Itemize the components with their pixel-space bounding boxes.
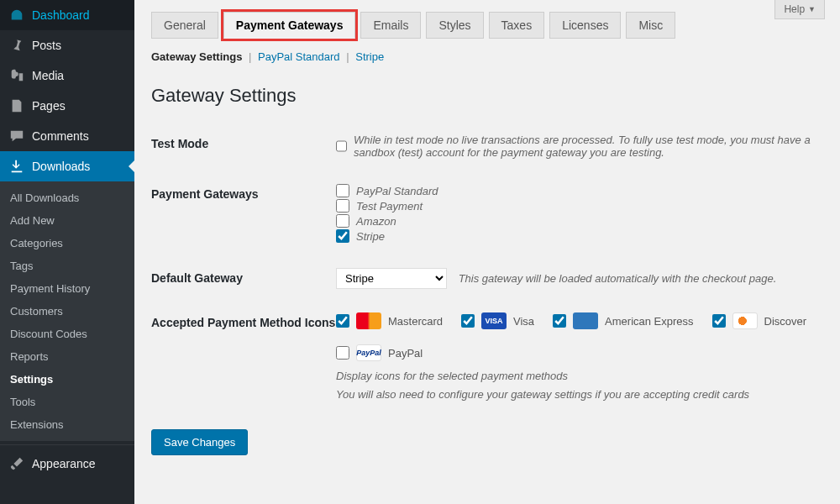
- icon-option-discover: Discover: [712, 312, 807, 329]
- gateway-option-amazon: Amazon: [336, 214, 823, 228]
- row-payment-icons: Accepted Payment Method Icons Mastercard…: [151, 301, 823, 414]
- submenu-item-tags[interactable]: Tags: [0, 255, 134, 277]
- submenu-item-discount-codes[interactable]: Discount Codes: [0, 323, 134, 345]
- menu-item-posts[interactable]: Posts: [0, 30, 134, 60]
- tab-taxes[interactable]: Taxes: [489, 12, 545, 39]
- download-icon: [8, 158, 25, 175]
- submenu-item-categories[interactable]: Categories: [0, 232, 134, 255]
- submenu-item-all-downloads[interactable]: All Downloads: [0, 186, 134, 209]
- gateway-option-paypal-standard: PayPal Standard: [336, 184, 823, 197]
- icon-checkbox[interactable]: [553, 314, 566, 328]
- american-express-icon: [573, 312, 598, 329]
- submenu-item-settings[interactable]: Settings: [0, 368, 134, 391]
- section-title: Gateway Settings: [151, 85, 823, 107]
- icon-checkbox[interactable]: [712, 314, 726, 328]
- paypal-icon: PayPal: [356, 344, 381, 361]
- label-gateways: Payment Gateways: [151, 184, 336, 201]
- submenu-item-extensions[interactable]: Extensions: [0, 413, 134, 436]
- menu-label: Pages: [32, 99, 66, 113]
- menu-item-appearance[interactable]: Appearance: [0, 449, 134, 479]
- admin-sidebar: DashboardPostsMediaPagesCommentsDownload…: [0, 0, 134, 504]
- caret-down-icon: ▼: [808, 5, 816, 13]
- submenu: All DownloadsAdd NewCategoriesTagsPaymen…: [0, 181, 134, 441]
- gateway-checkbox[interactable]: [336, 199, 349, 213]
- gateway-checkbox[interactable]: [336, 184, 349, 197]
- icon-checkbox[interactable]: [461, 314, 475, 328]
- submenu-item-payment-history[interactable]: Payment History: [0, 277, 134, 300]
- default-gateway-select[interactable]: StripePayPal StandardTest PaymentAmazon: [336, 268, 447, 289]
- menu-label: Posts: [32, 39, 61, 52]
- icon-option-paypal: PayPalPayPal: [336, 344, 423, 361]
- icon-label: PayPal: [388, 347, 423, 360]
- subnav-current: Gateway Settings: [151, 50, 242, 63]
- mastercard-icon: [356, 312, 381, 329]
- discover-icon: [732, 312, 758, 329]
- subnav-link-stripe[interactable]: Stripe: [355, 50, 384, 63]
- icon-option-visa: VISAVisa: [461, 312, 534, 329]
- subnav-link-paypal[interactable]: PayPal Standard: [258, 50, 340, 63]
- icons-note-1: Display icons for the selected payment m…: [336, 368, 823, 385]
- icon-checkbox[interactable]: [336, 314, 349, 328]
- label-payment-icons: Accepted Payment Method Icons: [151, 312, 336, 329]
- row-test-mode: Test Mode While in test mode no live tra…: [151, 122, 823, 172]
- tab-misc[interactable]: Misc: [626, 12, 675, 39]
- tab-payment-gateways[interactable]: Payment Gateways: [223, 12, 356, 39]
- gateway-label: PayPal Standard: [356, 185, 438, 197]
- icon-option-american-express: American Express: [553, 312, 693, 329]
- gateway-checkbox[interactable]: [336, 229, 349, 243]
- submenu-item-tools[interactable]: Tools: [0, 391, 134, 413]
- icon-label: Discover: [764, 315, 807, 328]
- media-icon: [8, 67, 25, 84]
- main-content: Help ▼ GeneralPayment GatewaysEmailsStyl…: [134, 0, 840, 504]
- menu-label: Downloads: [32, 160, 90, 173]
- visa-icon: VISA: [481, 312, 507, 329]
- comment-icon: [8, 128, 25, 144]
- default-gateway-note: This gateway will be loaded automaticall…: [459, 272, 777, 285]
- icons-note-2: You will also need to configure your gat…: [336, 386, 823, 403]
- row-default-gateway: Default Gateway StripePayPal StandardTes…: [151, 256, 823, 301]
- menu-item-media[interactable]: Media: [0, 60, 134, 91]
- dash-icon: [8, 7, 25, 24]
- settings-subnav: Gateway Settings | PayPal Standard | Str…: [151, 50, 823, 63]
- brush-icon: [8, 455, 25, 472]
- test-mode-field: While in test mode no live transactions …: [336, 134, 823, 159]
- row-gateways: Payment Gateways PayPal StandardTest Pay…: [151, 172, 823, 256]
- settings-tabs: GeneralPayment GatewaysEmailsStylesTaxes…: [151, 12, 823, 39]
- menu-label: Dashboard: [32, 8, 90, 22]
- gateway-label: Test Payment: [356, 200, 423, 213]
- gateway-checkbox[interactable]: [336, 214, 349, 228]
- menu-label: Comments: [32, 129, 89, 143]
- gateway-label: Amazon: [356, 215, 396, 228]
- tab-general[interactable]: General: [151, 12, 218, 39]
- gateway-label: Stripe: [356, 230, 385, 243]
- submenu-item-reports[interactable]: Reports: [0, 345, 134, 368]
- submenu-item-customers[interactable]: Customers: [0, 300, 134, 323]
- tab-styles[interactable]: Styles: [426, 12, 483, 39]
- test-mode-checkbox[interactable]: [336, 139, 347, 153]
- pin-icon: [8, 37, 25, 54]
- help-tab[interactable]: Help ▼: [774, 0, 825, 19]
- tab-emails[interactable]: Emails: [360, 12, 421, 39]
- menu-item-dashboard[interactable]: Dashboard: [0, 0, 134, 30]
- tab-licenses[interactable]: Licenses: [549, 12, 621, 39]
- icon-checkbox[interactable]: [336, 346, 349, 360]
- gateway-option-test-payment: Test Payment: [336, 199, 823, 213]
- icon-label: Visa: [513, 315, 534, 328]
- test-mode-note: While in test mode no live transactions …: [354, 134, 823, 159]
- icon-label: American Express: [605, 315, 693, 328]
- icon-label: Mastercard: [388, 315, 443, 328]
- submenu-item-add-new[interactable]: Add New: [0, 209, 134, 232]
- label-test-mode: Test Mode: [151, 134, 336, 150]
- save-button[interactable]: Save Changes: [151, 429, 248, 455]
- icon-option-mastercard: Mastercard: [336, 312, 443, 329]
- menu-item-comments[interactable]: Comments: [0, 121, 134, 151]
- label-default-gateway: Default Gateway: [151, 268, 336, 285]
- gateway-option-stripe: Stripe: [336, 229, 823, 243]
- menu-label: Appearance: [32, 457, 96, 470]
- help-label: Help: [784, 3, 805, 15]
- menu-label: Media: [32, 69, 64, 82]
- menu-item-downloads[interactable]: Downloads: [0, 151, 134, 181]
- pages-icon: [8, 97, 25, 114]
- menu-item-pages[interactable]: Pages: [0, 91, 134, 121]
